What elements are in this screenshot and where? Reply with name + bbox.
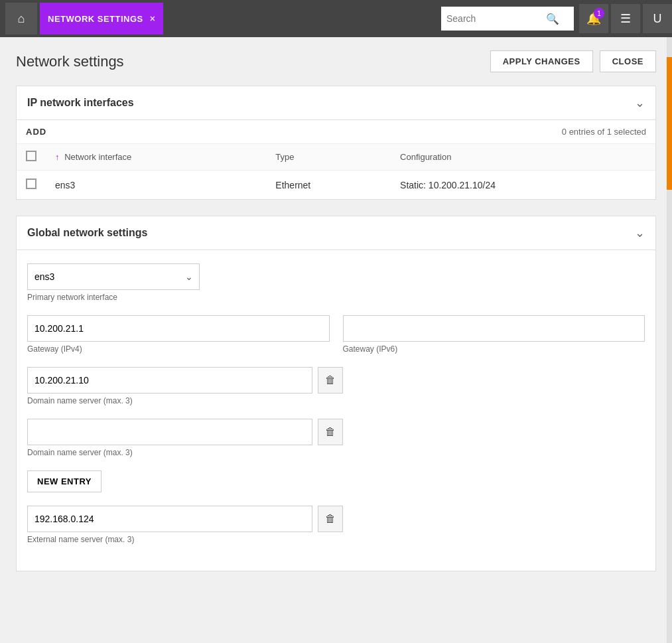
table-body: ens3 Ethernet Static: 10.200.21.10/24: [17, 171, 655, 200]
page-title: Network settings: [16, 53, 124, 70]
network-interface-label: Network interface: [64, 152, 131, 162]
dns2-label: Domain name server (max. 3): [27, 448, 645, 457]
menu-button[interactable]: ☰: [611, 4, 640, 33]
dns1-input[interactable]: [27, 367, 312, 393]
primary-interface-row: ens3 ⌄ Primary network interface: [27, 263, 645, 302]
ext-dns1-delete-button[interactable]: 🗑: [318, 506, 343, 532]
main-content: Network settings APPLY CHANGES CLOSE IP …: [0, 37, 672, 643]
trash-icon-3: 🗑: [325, 513, 336, 525]
topbar: ⌂ NETWORK SETTINGS × 🔍 🔔 1 ☰ U: [0, 0, 672, 37]
entries-info: 0 entries of 1 selected: [562, 127, 646, 137]
dns1-label: Domain name server (max. 3): [27, 396, 645, 405]
dns2-row: 🗑 Domain name server (max. 3): [27, 419, 645, 457]
gateway-ipv6-col: Gateway (IPv6): [343, 315, 645, 354]
scrollbar[interactable]: [667, 37, 672, 643]
search-input[interactable]: [446, 13, 546, 24]
row-checkbox-cell: [17, 171, 46, 200]
dns2-input-group: 🗑: [27, 419, 645, 445]
apply-changes-button[interactable]: APPLY CHANGES: [490, 50, 593, 72]
ip-network-section: IP network interfaces ⌄ ADD 0 entries of…: [16, 86, 656, 200]
type-column-header: Type: [266, 144, 391, 171]
gateway-ipv6-label: Gateway (IPv6): [343, 344, 645, 354]
primary-interface-select[interactable]: ens3: [27, 263, 200, 290]
new-entry-button[interactable]: NEW ENTRY: [27, 470, 101, 492]
row-checkbox[interactable]: [26, 179, 36, 189]
home-button[interactable]: ⌂: [5, 3, 37, 35]
menu-icon: ☰: [620, 11, 631, 26]
search-box: 🔍: [441, 7, 574, 31]
scrollbar-thumb[interactable]: [667, 57, 672, 190]
trash-icon-2: 🗑: [325, 426, 336, 438]
select-all-header: [17, 144, 46, 171]
interfaces-table: ↑ Network interface Type Configuration: [17, 144, 655, 199]
global-network-section: Global network settings ⌄ ens3 ⌄ Primary…: [16, 216, 656, 571]
row-configuration: Static: 10.200.21.10/24: [391, 171, 655, 200]
user-icon: U: [653, 12, 662, 26]
tab-close-button[interactable]: ×: [150, 13, 156, 24]
sort-up-icon: ↑: [55, 152, 60, 162]
ip-section-header[interactable]: IP network interfaces ⌄: [17, 86, 655, 120]
primary-interface-label: Primary network interface: [27, 293, 645, 302]
tab-label: NETWORK SETTINGS: [48, 14, 143, 24]
configuration-label: Configuration: [400, 152, 451, 162]
gateway-ipv4-col: Gateway (IPv4): [27, 315, 330, 354]
row-type: Ethernet: [266, 171, 391, 200]
type-label: Type: [275, 152, 294, 162]
select-all-checkbox[interactable]: [26, 151, 36, 161]
notification-button[interactable]: 🔔 1: [579, 4, 608, 33]
dns1-input-group: 🗑: [27, 367, 645, 393]
table-toolbar: ADD 0 entries of 1 selected: [17, 120, 655, 144]
dns2-delete-button[interactable]: 🗑: [318, 419, 343, 445]
global-section-title: Global network settings: [27, 227, 147, 239]
row-name: ens3: [46, 171, 266, 200]
primary-interface-wrapper: ens3 ⌄: [27, 263, 200, 290]
global-section-toggle[interactable]: ⌄: [635, 226, 645, 240]
global-form: ens3 ⌄ Primary network interface Gateway…: [17, 250, 655, 571]
network-settings-tab[interactable]: NETWORK SETTINGS ×: [40, 3, 163, 35]
ext-dns1-input-group: 🗑: [27, 506, 645, 532]
gateway-ipv4-label: Gateway (IPv4): [27, 344, 330, 354]
trash-icon-1: 🗑: [325, 374, 336, 386]
search-icon: 🔍: [546, 13, 559, 25]
ip-section-toggle[interactable]: ⌄: [635, 96, 645, 110]
gateway-row: Gateway (IPv4) Gateway (IPv6): [27, 315, 645, 354]
add-button[interactable]: ADD: [26, 127, 46, 137]
ext-dns1-label: External name server (max. 3): [27, 535, 645, 544]
dns1-row: 🗑 Domain name server (max. 3): [27, 367, 645, 405]
global-section-header[interactable]: Global network settings ⌄: [17, 216, 655, 250]
header-buttons: APPLY CHANGES CLOSE: [490, 50, 656, 72]
notification-badge: 1: [594, 8, 604, 19]
topbar-icons: 🔔 1 ☰ U: [579, 4, 672, 33]
ext-dns1-row: 🗑 External name server (max. 3): [27, 506, 645, 544]
table-row: ens3 Ethernet Static: 10.200.21.10/24: [17, 171, 655, 200]
network-interface-column-header[interactable]: ↑ Network interface: [46, 144, 266, 171]
gateway-ipv4-input[interactable]: [27, 315, 330, 342]
configuration-column-header: Configuration: [391, 144, 655, 171]
gateway-ipv6-input[interactable]: [343, 315, 645, 342]
ip-section-title: IP network interfaces: [27, 97, 134, 109]
dns1-delete-button[interactable]: 🗑: [318, 367, 343, 393]
page-header: Network settings APPLY CHANGES CLOSE: [16, 50, 656, 72]
table-header-row: ↑ Network interface Type Configuration: [17, 144, 655, 171]
home-icon: ⌂: [18, 12, 25, 26]
dns2-input[interactable]: [27, 419, 312, 445]
close-button[interactable]: CLOSE: [600, 50, 656, 72]
user-button[interactable]: U: [643, 4, 672, 33]
ext-dns1-input[interactable]: [27, 506, 312, 532]
